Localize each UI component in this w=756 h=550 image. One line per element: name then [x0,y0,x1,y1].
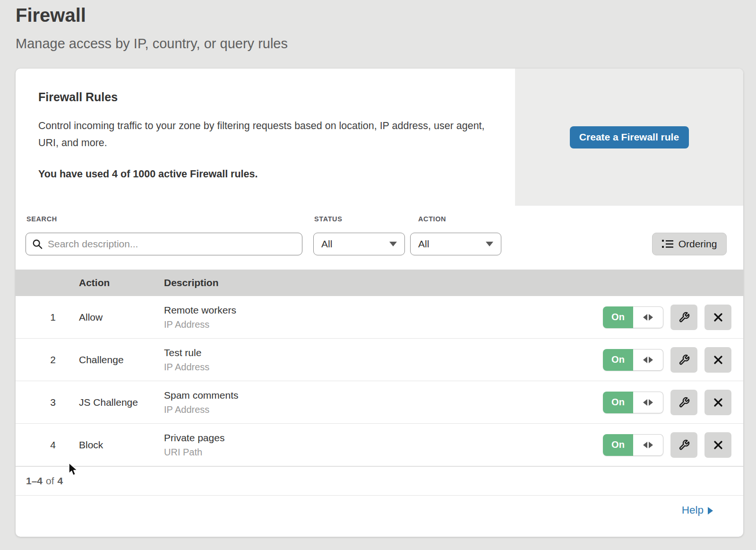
edit-rule-button[interactable] [670,305,697,330]
toggle-on-button[interactable]: On [603,392,633,413]
pagination-range: 1–4 [26,475,43,487]
rule-priority: 1 [16,312,56,323]
toggle-arrows-button[interactable] [633,349,663,371]
rule-field: IP Address [164,404,603,415]
help-link[interactable]: Help [682,504,713,516]
search-label: SEARCH [26,215,57,223]
arrow-right-icon [649,357,653,363]
rules-description: Control incoming traffic to your zone by… [38,117,485,151]
arrow-right-icon [649,442,653,448]
search-field-wrap [26,233,302,255]
delete-rule-button[interactable] [704,347,731,373]
toggle-arrows-button[interactable] [633,306,663,328]
chevron-down-icon [389,242,397,246]
search-icon [32,239,43,249]
arrow-right-icon [649,399,653,406]
ordering-button[interactable]: Ordering [652,233,727,255]
rule-priority: 4 [16,439,56,451]
rule-priority: 2 [16,354,56,366]
column-header-action: Action [79,277,154,288]
help-row: Help [16,495,743,524]
toggle-on-button[interactable]: On [603,434,633,456]
table-row: 4 Block Private pages URI Path On [16,424,743,466]
firewall-rules-card: Firewall Rules Control incoming traffic … [16,69,743,537]
page-subtitle: Manage access by IP, country, or query r… [16,36,288,52]
page-title: Firewall [16,4,288,26]
pagination-of-label: of [46,475,54,487]
status-select[interactable]: All [313,233,405,255]
arrow-left-icon [643,399,647,406]
action-select-value: All [418,238,429,250]
row-controls: On [603,305,731,330]
rule-action: Challenge [79,354,154,366]
rules-heading: Firewall Rules [38,90,487,104]
rule-action: JS Challenge [79,397,154,408]
toggle-arrows-button[interactable] [633,434,663,456]
edit-rule-button[interactable] [670,390,697,415]
column-header-description: Description [164,277,743,288]
arrow-left-icon [643,314,647,321]
wrench-icon [679,354,690,366]
close-icon [713,313,723,322]
delete-rule-button[interactable] [704,432,731,458]
rule-description: Private pages [164,432,603,444]
rule-description: Spam comments [164,390,603,401]
wrench-icon [679,312,690,323]
rule-action: Allow [79,312,154,323]
rule-priority: 3 [16,397,56,408]
table-row: 1 Allow Remote workers IP Address On [16,296,743,339]
triangle-right-icon [708,507,713,515]
rules-info: Firewall Rules Control incoming traffic … [16,69,515,206]
pagination-row: 1–4 of 4 [16,466,743,495]
pagination-total: 4 [58,475,63,487]
action-label: ACTION [418,215,446,223]
rule-action: Block [79,439,154,451]
table-row: 2 Challenge Test rule IP Address On [16,339,743,381]
delete-rule-button[interactable] [704,305,731,330]
search-input[interactable] [26,233,302,255]
rule-toggle: On [603,434,663,456]
create-rule-panel: Create a Firewall rule [515,69,743,206]
rule-field: IP Address [164,319,603,330]
help-link-label: Help [682,504,704,516]
rules-usage-note: You have used 4 of 1000 active Firewall … [38,168,487,180]
rule-toggle: On [603,392,663,413]
close-icon [713,398,723,407]
table-row: 3 JS Challenge Spam comments IP Address … [16,381,743,424]
rule-description: Test rule [164,347,603,358]
close-icon [713,440,723,450]
arrow-left-icon [643,442,647,448]
rule-toggle: On [603,349,663,371]
toggle-arrows-button[interactable] [633,392,663,413]
arrow-right-icon [649,314,653,321]
edit-rule-button[interactable] [670,347,697,373]
ordering-button-label: Ordering [679,238,717,250]
rule-field: URI Path [164,447,603,458]
toggle-on-button[interactable]: On [603,349,633,371]
delete-rule-button[interactable] [704,390,731,415]
table-header: Action Description [16,270,743,296]
action-select[interactable]: All [410,233,501,255]
create-firewall-rule-button[interactable]: Create a Firewall rule [570,126,689,148]
edit-rule-button[interactable] [670,432,697,458]
arrow-left-icon [643,357,647,363]
row-controls: On [603,347,731,373]
chevron-down-icon [486,242,493,246]
filter-bar: SEARCH STATUS All ACTION All Ordering [16,206,743,270]
ordered-list-icon [662,239,673,249]
row-controls: On [603,432,731,458]
status-select-value: All [321,238,332,250]
page-header: Firewall Manage access by IP, country, o… [16,4,288,52]
wrench-icon [679,397,690,408]
close-icon [713,355,723,365]
rule-toggle: On [603,306,663,328]
card-top-section: Firewall Rules Control incoming traffic … [16,69,743,206]
toggle-on-button[interactable]: On [603,306,633,328]
rule-field: IP Address [164,362,603,373]
status-label: STATUS [314,215,342,223]
wrench-icon [679,439,690,451]
row-controls: On [603,390,731,415]
rule-description: Remote workers [164,305,603,316]
